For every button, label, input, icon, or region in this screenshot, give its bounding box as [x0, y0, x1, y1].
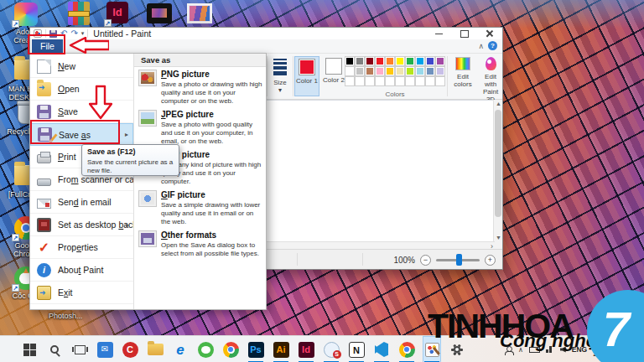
palette-color-swatch[interactable] [345, 56, 355, 66]
submenu-item-gif-picture[interactable]: GIF pictureSave a simple drawing with lo… [134, 188, 266, 228]
scroll-up-icon[interactable]: ▲ [494, 101, 503, 106]
edge-icon[interactable]: e [171, 336, 190, 362]
search-button[interactable] [45, 336, 64, 362]
menu-item-label: New [58, 61, 75, 71]
size-tool[interactable]: Size ▾ [269, 57, 291, 94]
badged-app-icon[interactable]: S [322, 336, 340, 362]
indesign-desktop-icon[interactable]: Id↗ [97, 2, 141, 25]
palette-color-swatch[interactable] [395, 66, 405, 76]
palette-color-swatch[interactable] [365, 66, 375, 76]
palette-color-swatch[interactable] [355, 66, 365, 76]
zoom-in-button[interactable]: + [485, 255, 496, 266]
palette-empty-swatch[interactable] [355, 76, 365, 86]
palette-color-swatch[interactable] [355, 56, 365, 66]
palette-color-swatch[interactable] [375, 66, 385, 76]
edit-with-paint3d-button[interactable]: Edit with Paint 3D [479, 57, 502, 103]
start-button[interactable] [20, 336, 39, 362]
help-icon[interactable]: ? [488, 41, 497, 50]
zoom-slider-thumb[interactable] [456, 254, 462, 266]
palette-empty-swatch[interactable] [405, 76, 415, 86]
png-thumbnail-icon [139, 70, 156, 85]
image-file-icon-light[interactable] [178, 3, 221, 27]
palette-color-swatch[interactable] [435, 56, 445, 66]
edit-colors-button[interactable]: Edit colors [449, 57, 477, 88]
notion-icon[interactable]: N [347, 336, 366, 362]
palette-color-swatch[interactable] [365, 56, 375, 66]
action-center-icon[interactable] [631, 345, 639, 354]
coccoc-taskbar-icon[interactable] [196, 336, 215, 362]
battery-icon[interactable] [529, 347, 540, 353]
palette-empty-swatch[interactable] [435, 76, 445, 86]
ccleaner-icon[interactable]: C [121, 336, 139, 362]
task-view-button[interactable] [70, 336, 89, 362]
file-explorer-icon[interactable] [146, 336, 164, 362]
palette-color-swatch[interactable] [415, 66, 425, 76]
palette-color-swatch[interactable] [425, 66, 435, 76]
mail-icon[interactable]: ✉ [96, 336, 114, 362]
zoom-slider[interactable] [436, 259, 480, 261]
zoom-out-button[interactable]: − [420, 255, 431, 266]
indesign-icon[interactable]: Id [297, 336, 315, 362]
photoshop-desktop-label[interactable]: Photosh... [49, 312, 83, 320]
chrome-taskbar-icon[interactable] [221, 336, 240, 362]
vscode-glyph [375, 342, 388, 357]
browser-icon[interactable] [397, 336, 416, 362]
edit-colors-icon [455, 57, 470, 70]
close-button[interactable] [477, 28, 502, 39]
palette-empty-swatch[interactable] [415, 76, 425, 86]
menu-item-open[interactable]: Open [30, 78, 133, 101]
photoshop-icon[interactable]: Ps [247, 336, 265, 362]
color1-selector[interactable]: Color 1 [294, 56, 319, 96]
palette-color-swatch[interactable] [375, 56, 385, 66]
palette-empty-swatch[interactable] [395, 76, 405, 86]
vertical-scrollbar[interactable]: ▲ ▼ [493, 100, 502, 251]
new-document-icon [37, 59, 51, 74]
minimize-button[interactable] [427, 28, 452, 39]
settings-icon[interactable] [448, 336, 466, 362]
image-file-icon-dark[interactable] [138, 3, 181, 27]
submenu-item-png-picture[interactable]: PNG pictureSave a photo or drawing with … [134, 67, 266, 107]
palette-color-swatch[interactable] [435, 66, 445, 76]
annotation-arrow-down-icon [89, 85, 112, 120]
save-icon [37, 105, 51, 119]
menu-item-new[interactable]: New [30, 55, 133, 78]
palette-color-swatch[interactable] [345, 66, 355, 76]
menu-item-send-in-email[interactable]: Send in email [30, 191, 133, 214]
palette-color-swatch[interactable] [385, 56, 395, 66]
palette-color-swatch[interactable] [405, 56, 415, 66]
menu-item-exit[interactable]: Exit [30, 282, 133, 304]
palette-color-swatch[interactable] [395, 56, 405, 66]
submenu-item-jpeg-picture[interactable]: JPEG pictureSave a photo with good quali… [134, 107, 266, 147]
menu-item-about-paint[interactable]: iAbout Paint [30, 259, 133, 282]
palette-color-swatch[interactable] [425, 56, 435, 66]
vscroll-thumb[interactable] [495, 110, 501, 217]
winrar-icon[interactable] [57, 2, 101, 25]
paint-taskbar-button[interactable] [423, 336, 441, 362]
maximize-button[interactable] [452, 28, 477, 39]
palette-empty-swatch[interactable] [365, 76, 375, 86]
palette-color-swatch[interactable] [405, 66, 415, 76]
volume-icon[interactable] [560, 347, 566, 353]
submenu-item-other-formats[interactable]: Other formatsOpen the Save As dialog box… [134, 228, 266, 260]
scroll-down-icon[interactable]: ▼ [494, 235, 503, 240]
palette-color-swatch[interactable] [415, 56, 425, 66]
palette-color-swatch[interactable] [385, 66, 395, 76]
zoom-controls: 100% − + [393, 250, 496, 270]
clock[interactable]: 5:0 21/8/2021 [593, 341, 625, 358]
illustrator-icon[interactable]: Ai [272, 336, 290, 362]
palette-empty-swatch[interactable] [375, 76, 385, 86]
network-icon[interactable] [546, 346, 554, 353]
menu-item-set-as-desktop-background[interactable]: Set as desktop background▸ [30, 214, 133, 236]
qat-dropdown-icon[interactable]: ▾ [81, 30, 85, 37]
language-indicator[interactable]: ENG [572, 345, 587, 354]
vscode-icon[interactable] [372, 336, 391, 362]
collapse-ribbon-icon[interactable]: ∧ [478, 42, 484, 50]
palette-empty-swatch[interactable] [345, 76, 355, 86]
image-file-icon-light-art [187, 3, 212, 23]
hidden-icons-chevron-icon[interactable]: ∧ [518, 346, 523, 354]
color2-selector[interactable]: Color 2 [321, 56, 346, 96]
menu-item-properties[interactable]: ✓Properties [30, 236, 133, 259]
palette-empty-swatch[interactable] [425, 76, 435, 86]
people-tray-icon[interactable] [505, 346, 512, 354]
palette-empty-swatch[interactable] [385, 76, 395, 86]
